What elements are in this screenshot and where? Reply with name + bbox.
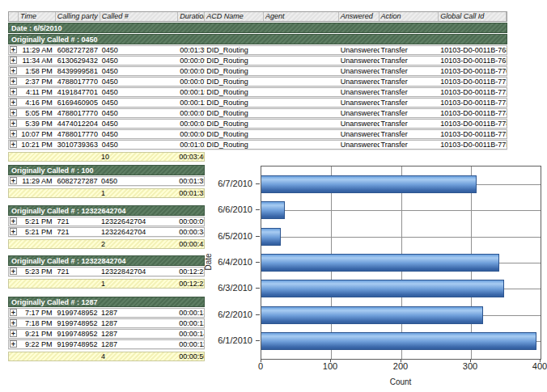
group-summary-row: 400:00:50 [8, 352, 205, 361]
call-record-row: +11:34 AM6130629432045000:00:09DID_Routi… [8, 56, 507, 65]
expand-cell: + [9, 228, 19, 236]
summary-call-count: 1 [100, 280, 177, 288]
expand-cell: + [9, 319, 19, 327]
cell-col-7: Unanswered [339, 141, 380, 149]
cell-col-2: 721 [56, 268, 100, 276]
cell-col-9: 10103-D0-0011B-770 [439, 67, 507, 75]
cell-col-7: Unanswered [339, 88, 380, 96]
expand-row-button[interactable]: + [10, 217, 17, 225]
y-tick-mark [256, 262, 260, 263]
summary-call-count: 4 [100, 352, 177, 360]
cell-col-8: Transfer [380, 109, 439, 117]
summary-call-count: 2 [100, 240, 177, 248]
expand-cell: + [9, 141, 19, 149]
expand-cell: + [9, 109, 19, 117]
column-header-3: Called # [100, 12, 179, 21]
expand-row-button[interactable]: + [10, 46, 17, 53]
expand-row-button[interactable]: + [10, 67, 17, 74]
chart-bar [261, 254, 499, 272]
cell-col-3: 1287 [100, 309, 177, 317]
summary-call-count: 1 [100, 189, 177, 197]
expand-row-button[interactable]: + [10, 268, 17, 275]
expand-row-button[interactable]: + [10, 78, 17, 85]
expand-cell: + [9, 88, 19, 96]
cell-col-4: 00:00:15 [178, 88, 205, 96]
call-record-row: +4:11 PM4191847701045000:00:15DID_Routin… [8, 87, 507, 97]
x-tick-mark [470, 359, 471, 362]
cell-col-8: Transfer [380, 88, 439, 96]
cell-col-7: Unanswered [339, 67, 380, 75]
x-tick-label: 200 [383, 361, 418, 371]
cell-col-1: 11:29 AM [19, 177, 56, 185]
y-tick-mark [256, 314, 260, 315]
cell-col-2: 9199748952 [56, 309, 100, 317]
column-header-8: Action [380, 12, 439, 21]
expand-row-button[interactable]: + [10, 109, 17, 116]
expand-cell: + [9, 120, 19, 128]
cell-col-8: Transfer [380, 78, 439, 86]
cell-col-1: 9:22 PM [19, 340, 56, 348]
expand-row-button[interactable]: + [10, 330, 17, 337]
call-record-row: +11:29 AM6082727287045000:01:35 [8, 176, 205, 186]
report-group-section: Originally Called # : 12322642704+5:21 P… [8, 205, 205, 250]
expand-column-header [9, 12, 19, 21]
expand-cell: + [9, 130, 19, 138]
cell-col-7: Unanswered [339, 57, 380, 65]
cell-col-3: 12322642704 [100, 217, 177, 226]
cell-col-3: 0450 [100, 130, 179, 138]
cell-col-3: 0450 [100, 109, 179, 117]
originally-called-group-header: Originally Called # : 0450 [8, 34, 507, 44]
cell-col-9: 10103-D0-0011B-77E [439, 130, 507, 138]
originally-called-group-header: Originally Called # : 100 [8, 165, 205, 175]
y-tick-mark [256, 288, 260, 289]
expand-row-button[interactable]: + [10, 319, 17, 327]
cell-col-3: 0450 [100, 177, 177, 185]
cell-col-3: 0450 [100, 88, 179, 96]
cell-col-3: 0450 [100, 46, 179, 54]
y-tick-label: 6/2/2010 [202, 310, 252, 319]
originally-called-group-header: Originally Called # : 12322842704 [8, 255, 205, 266]
cell-col-4: 00:01:35 [178, 46, 205, 54]
cell-col-5: DID_Routing [205, 46, 264, 54]
cell-col-3: 0450 [100, 67, 179, 75]
cell-col-2: 8439999581 [56, 67, 100, 75]
expand-row-button[interactable]: + [10, 340, 17, 348]
cell-col-4: 00:01:35 [177, 177, 204, 185]
x-tick-mark [401, 359, 401, 362]
cell-col-4: 00:00:06 [178, 130, 205, 138]
expand-cell: + [9, 78, 19, 86]
cell-col-3: 0450 [100, 141, 179, 149]
expand-row-button[interactable]: + [10, 99, 17, 106]
cell-col-4: 00:01:02 [178, 141, 205, 149]
cell-col-4: 00:00:03 [178, 120, 205, 128]
cell-col-1: 11:29 AM [19, 46, 56, 54]
expand-row-button[interactable]: + [10, 309, 17, 316]
cell-col-2: 9199748952 [56, 319, 100, 327]
expand-row-button[interactable]: + [10, 228, 17, 235]
call-record-row: +5:21 PM7211232264270400:00:34 [8, 227, 205, 237]
cell-col-7: Unanswered [339, 109, 380, 117]
cell-col-3: 1287 [100, 319, 177, 327]
cell-col-4: 00:00:07 [178, 109, 205, 117]
cell-col-1: 4:11 PM [19, 88, 56, 96]
expand-row-button[interactable]: + [10, 141, 17, 148]
cell-col-3: 0450 [100, 99, 179, 107]
cell-col-1: 4:16 PM [19, 99, 56, 107]
cell-col-2: 9199748952 [56, 340, 100, 348]
expand-row-button[interactable]: + [10, 57, 17, 64]
expand-row-button[interactable]: + [10, 88, 17, 95]
column-header-2: Calling party # [56, 12, 100, 21]
cell-col-4: 00:00:05 [178, 67, 205, 75]
call-record-row: +5:23 PM7211232284270400:12:23 [8, 267, 205, 276]
cell-col-4: 00:00:07 [178, 78, 205, 86]
cell-col-7: Unanswered [339, 130, 380, 138]
expand-row-button[interactable]: + [10, 130, 17, 137]
expand-row-button[interactable]: + [10, 120, 17, 127]
expand-cell: + [9, 99, 19, 107]
cell-col-7: Unanswered [339, 99, 380, 107]
cell-col-5: DID_Routing [205, 109, 264, 117]
summary-call-count: 10 [100, 153, 177, 161]
cell-col-8: Transfer [380, 46, 439, 54]
expand-row-button[interactable]: + [10, 177, 17, 184]
expand-cell: + [9, 309, 19, 317]
